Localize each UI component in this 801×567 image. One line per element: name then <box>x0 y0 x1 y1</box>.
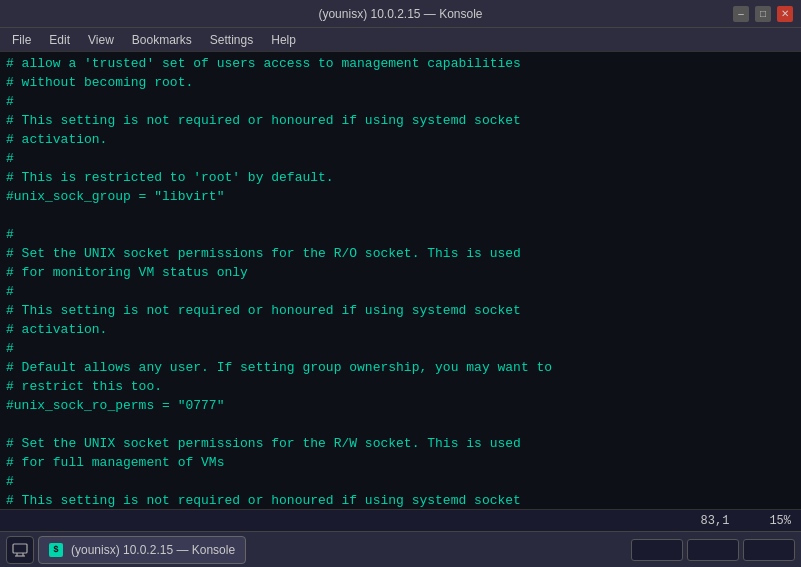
terminal-line: #unix_sock_group = "libvirt" <box>6 187 795 206</box>
terminal-line: # without becoming root. <box>6 73 795 92</box>
window-title: (younisx) 10.0.2.15 — Konsole <box>68 7 733 21</box>
taskbar-box-2[interactable] <box>687 539 739 561</box>
menu-settings[interactable]: Settings <box>202 31 261 49</box>
terminal-line: # for full management of VMs <box>6 453 795 472</box>
menu-edit[interactable]: Edit <box>41 31 78 49</box>
taskbar-konsole-window[interactable]: $ (younisx) 10.0.2.15 — Konsole <box>38 536 246 564</box>
terminal-line <box>6 206 795 225</box>
maximize-button[interactable]: □ <box>755 6 771 22</box>
terminal-line: # <box>6 149 795 168</box>
close-button[interactable]: ✕ <box>777 6 793 22</box>
terminal-line: # <box>6 225 795 244</box>
window-controls: – □ ✕ <box>733 6 793 22</box>
taskbar: $ (younisx) 10.0.2.15 — Konsole <box>0 531 801 567</box>
taskbar-desktop-icon[interactable] <box>6 536 34 564</box>
menu-help[interactable]: Help <box>263 31 304 49</box>
cursor-position: 83,1 <box>701 514 730 528</box>
svg-rect-0 <box>13 544 27 553</box>
taskbar-box-1[interactable] <box>631 539 683 561</box>
title-bar: (younisx) 10.0.2.15 — Konsole – □ ✕ <box>0 0 801 28</box>
terminal-line: # <box>6 472 795 491</box>
scroll-percent: 15% <box>769 514 791 528</box>
terminal-line: # Default allows any user. If setting gr… <box>6 358 795 377</box>
menu-bar: File Edit View Bookmarks Settings Help <box>0 28 801 52</box>
status-bar: 83,1 15% <box>0 509 801 531</box>
terminal-line: #unix_sock_ro_perms = "0777" <box>6 396 795 415</box>
terminal-line: # activation. <box>6 320 795 339</box>
taskbar-box-3[interactable] <box>743 539 795 561</box>
menu-bookmarks[interactable]: Bookmarks <box>124 31 200 49</box>
taskbar-window-label: (younisx) 10.0.2.15 — Konsole <box>71 543 235 557</box>
terminal-line: # Set the UNIX socket permissions for th… <box>6 434 795 453</box>
terminal-line: # This is restricted to 'root' by defaul… <box>6 168 795 187</box>
menu-view[interactable]: View <box>80 31 122 49</box>
menu-file[interactable]: File <box>4 31 39 49</box>
terminal-line: # <box>6 339 795 358</box>
terminal-line: # allow a 'trusted' set of users access … <box>6 54 795 73</box>
terminal-line: # restrict this too. <box>6 377 795 396</box>
taskbar-boxes <box>631 539 795 561</box>
terminal-line: # <box>6 92 795 111</box>
terminal-line: # <box>6 282 795 301</box>
terminal-line: # This setting is not required or honour… <box>6 111 795 130</box>
terminal-line: # for monitoring VM status only <box>6 263 795 282</box>
terminal-content[interactable]: # allow a 'trusted' set of users access … <box>0 52 801 509</box>
terminal-line: # activation. <box>6 130 795 149</box>
terminal-line: # This setting is not required or honour… <box>6 301 795 320</box>
konsole-icon: $ <box>49 543 63 557</box>
terminal-line: # Set the UNIX socket permissions for th… <box>6 244 795 263</box>
minimize-button[interactable]: – <box>733 6 749 22</box>
terminal-line <box>6 415 795 434</box>
terminal-line: # This setting is not required or honour… <box>6 491 795 509</box>
